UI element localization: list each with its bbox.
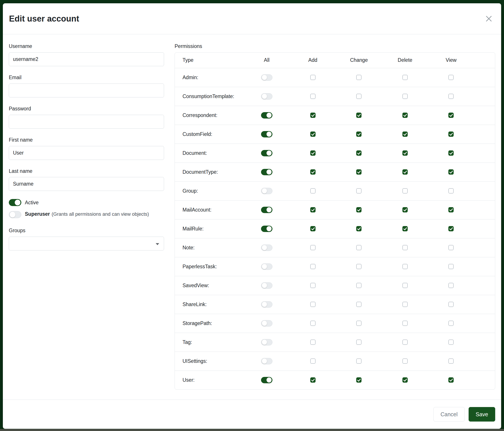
- permission-all-toggle[interactable]: [261, 358, 272, 364]
- permission-delete-checkbox[interactable]: [402, 207, 408, 212]
- permission-all-toggle[interactable]: [261, 74, 272, 81]
- permission-all-toggle[interactable]: [261, 93, 272, 100]
- permission-change-checkbox[interactable]: [356, 113, 361, 118]
- permission-view-checkbox[interactable]: [448, 75, 454, 80]
- permission-add-checkbox[interactable]: [310, 188, 315, 194]
- permission-add-checkbox[interactable]: [310, 283, 315, 288]
- permission-view-checkbox[interactable]: [448, 188, 454, 194]
- permission-all-toggle[interactable]: [261, 207, 272, 213]
- permission-add-checkbox[interactable]: [310, 94, 315, 99]
- permission-add-checkbox[interactable]: [310, 321, 315, 326]
- permission-add-checkbox[interactable]: [310, 226, 315, 231]
- permission-add-checkbox[interactable]: [310, 150, 315, 156]
- permission-add-checkbox[interactable]: [310, 264, 315, 269]
- permission-change-checkbox[interactable]: [356, 321, 361, 326]
- groups-select[interactable]: [9, 237, 164, 251]
- permission-all-toggle[interactable]: [261, 263, 272, 270]
- permission-view-checkbox[interactable]: [448, 264, 454, 269]
- permission-delete-checkbox[interactable]: [402, 150, 408, 156]
- permission-change-checkbox[interactable]: [356, 94, 361, 99]
- save-button[interactable]: Save: [468, 407, 495, 422]
- permission-view-checkbox[interactable]: [448, 207, 454, 212]
- permission-add-checkbox[interactable]: [310, 113, 315, 118]
- permission-view-checkbox[interactable]: [448, 132, 454, 137]
- permission-delete-cell: [382, 75, 428, 80]
- last-name-field[interactable]: [9, 177, 164, 191]
- close-button[interactable]: [484, 13, 494, 24]
- permission-change-checkbox[interactable]: [356, 302, 361, 307]
- permission-add-checkbox[interactable]: [310, 377, 315, 383]
- permission-all-toggle[interactable]: [261, 320, 272, 327]
- permission-view-checkbox[interactable]: [448, 359, 454, 364]
- permission-change-checkbox[interactable]: [356, 188, 361, 194]
- permission-change-checkbox[interactable]: [356, 359, 361, 364]
- permission-change-checkbox[interactable]: [356, 150, 361, 156]
- permission-all-toggle[interactable]: [261, 301, 272, 308]
- permission-add-checkbox[interactable]: [310, 75, 315, 80]
- permission-add-checkbox[interactable]: [310, 245, 315, 250]
- permission-view-checkbox[interactable]: [448, 150, 454, 156]
- permission-delete-checkbox[interactable]: [402, 321, 408, 326]
- permission-all-toggle[interactable]: [261, 244, 272, 251]
- permission-all-toggle[interactable]: [261, 150, 272, 156]
- permission-all-toggle[interactable]: [261, 131, 272, 137]
- permission-all-toggle[interactable]: [261, 282, 272, 289]
- permission-delete-checkbox[interactable]: [402, 188, 408, 194]
- permission-add-checkbox[interactable]: [310, 302, 315, 307]
- username-input[interactable]: [9, 52, 164, 66]
- permission-view-checkbox[interactable]: [448, 113, 454, 118]
- permission-change-checkbox[interactable]: [356, 377, 361, 383]
- permission-change-checkbox[interactable]: [356, 264, 361, 269]
- password-field[interactable]: [9, 115, 164, 129]
- permission-delete-checkbox[interactable]: [402, 283, 408, 288]
- permission-view-checkbox[interactable]: [448, 245, 454, 250]
- permission-add-checkbox[interactable]: [310, 340, 315, 345]
- active-toggle[interactable]: [9, 199, 21, 206]
- permission-delete-checkbox[interactable]: [402, 226, 408, 231]
- permission-view-checkbox[interactable]: [448, 321, 454, 326]
- permission-view-checkbox[interactable]: [448, 302, 454, 307]
- permission-delete-checkbox[interactable]: [402, 169, 408, 175]
- permission-change-checkbox[interactable]: [356, 132, 361, 137]
- permission-view-checkbox[interactable]: [448, 169, 454, 175]
- permission-delete-checkbox[interactable]: [402, 359, 408, 364]
- permission-change-checkbox[interactable]: [356, 245, 361, 250]
- permission-all-toggle[interactable]: [261, 112, 272, 118]
- permission-view-checkbox[interactable]: [448, 226, 454, 231]
- permission-view-checkbox[interactable]: [448, 94, 454, 99]
- permission-view-checkbox[interactable]: [448, 283, 454, 288]
- superuser-toggle[interactable]: [9, 211, 21, 218]
- permission-change-checkbox[interactable]: [356, 75, 361, 80]
- permission-delete-checkbox[interactable]: [402, 377, 408, 383]
- permission-change-checkbox[interactable]: [356, 340, 361, 345]
- permission-view-checkbox[interactable]: [448, 340, 454, 345]
- email-field[interactable]: [9, 84, 164, 98]
- permission-add-cell: [290, 226, 336, 231]
- permission-view-checkbox[interactable]: [448, 377, 454, 383]
- permission-delete-checkbox[interactable]: [402, 264, 408, 269]
- permission-delete-checkbox[interactable]: [402, 75, 408, 80]
- permission-delete-checkbox[interactable]: [402, 113, 408, 118]
- permission-change-checkbox[interactable]: [356, 226, 361, 231]
- permission-add-checkbox[interactable]: [310, 359, 315, 364]
- permission-add-checkbox[interactable]: [310, 169, 315, 175]
- chevron-down-icon: [156, 243, 159, 245]
- permission-add-checkbox[interactable]: [310, 207, 315, 212]
- permission-delete-checkbox[interactable]: [402, 340, 408, 345]
- permission-delete-checkbox[interactable]: [402, 132, 408, 137]
- permission-all-toggle[interactable]: [261, 377, 272, 383]
- permission-all-toggle[interactable]: [261, 339, 272, 345]
- permission-all-toggle[interactable]: [261, 226, 272, 232]
- cancel-button[interactable]: Cancel: [433, 407, 465, 422]
- permission-change-cell: [336, 283, 382, 288]
- permission-change-checkbox[interactable]: [356, 283, 361, 288]
- permission-change-checkbox[interactable]: [356, 169, 361, 175]
- permission-add-checkbox[interactable]: [310, 132, 315, 137]
- permission-change-checkbox[interactable]: [356, 207, 361, 212]
- permission-delete-checkbox[interactable]: [402, 302, 408, 307]
- first-name-field[interactable]: [9, 146, 164, 160]
- permission-delete-checkbox[interactable]: [402, 245, 408, 250]
- permission-all-toggle[interactable]: [261, 188, 272, 194]
- permission-delete-checkbox[interactable]: [402, 94, 408, 99]
- permission-all-toggle[interactable]: [261, 169, 272, 175]
